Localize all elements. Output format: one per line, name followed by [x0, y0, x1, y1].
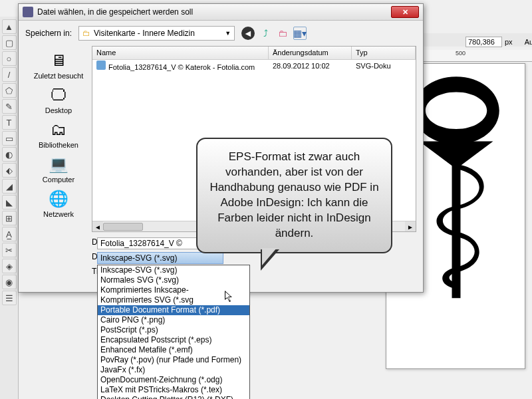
file-name: Fotolia_13287614_V © Katerok - Fotolia.c… — [108, 63, 255, 71]
scroll-left-arrow[interactable]: ◄ — [92, 221, 103, 232]
tool-button[interactable]: ▭ — [2, 131, 17, 146]
filetype-option[interactable]: JavaFx (*.fx) — [98, 365, 249, 375]
place-item[interactable]: 🖵Desktop — [43, 83, 74, 116]
svg-rect-0 — [452, 157, 461, 299]
file-type: SVG-Doku — [352, 62, 416, 70]
place-label: Desktop — [45, 106, 72, 114]
col-name[interactable]: Name — [92, 47, 269, 59]
col-type[interactable]: Typ — [352, 47, 416, 59]
folder-icon: 🗀 — [82, 29, 90, 38]
filetype-option[interactable]: Desktop Cutting Plotter (R13) (*.DXF) — [98, 395, 249, 399]
place-label: Bibliotheken — [39, 141, 78, 149]
unit-label: px — [505, 38, 513, 46]
filetype-option[interactable]: Komprimiertes SVG (*.svg — [98, 295, 249, 305]
save-in-label: Speichern in: — [25, 29, 72, 38]
tool-button[interactable]: ◣ — [2, 195, 17, 209]
place-icon: 🗂 — [47, 120, 70, 140]
tool-button[interactable]: ✂ — [2, 243, 17, 257]
tool-button[interactable]: ▲ — [2, 19, 17, 34]
filetype-option[interactable]: PostScript (*.ps) — [98, 325, 249, 335]
file-date: 28.09.2012 10:02 — [269, 62, 352, 70]
dialog-title: Datei wählen, in die gespeichert werden … — [37, 7, 193, 17]
filetype-option[interactable]: Komprimiertes Inkscape- — [98, 285, 249, 295]
folder-select[interactable]: 🗀 Visitenkarte - Innere Medizin ▼ — [78, 26, 235, 41]
file-row[interactable]: Fotolia_13287614_V © Katerok - Fotolia.c… — [92, 60, 416, 72]
tool-button[interactable]: ◢ — [2, 179, 17, 194]
back-button[interactable]: ◄ — [241, 27, 255, 40]
filetype-label: Dateityp: — [25, 252, 92, 261]
tool-button[interactable]: ◐ — [2, 147, 17, 162]
tool-button[interactable]: ○ — [2, 51, 17, 66]
new-folder-button[interactable]: 🗀 — [276, 27, 289, 40]
filename-input[interactable] — [97, 237, 203, 249]
place-icon: 💻 — [47, 154, 70, 174]
filetype-option[interactable]: Normales SVG (*.svg) — [98, 275, 249, 285]
col-date[interactable]: Änderungsdatum — [269, 47, 352, 59]
place-icon: 🖥 — [47, 51, 70, 70]
tool-button[interactable]: A̲ — [2, 227, 17, 241]
view-menu-button[interactable]: ▦▾ — [293, 27, 307, 40]
tool-button[interactable]: ◈ — [2, 259, 17, 273]
scroll-thumb[interactable] — [103, 223, 143, 231]
top-coord-input-group: px Auswirkung: — [466, 37, 532, 47]
place-label: Computer — [43, 176, 74, 184]
place-label: Netzwerk — [43, 210, 74, 218]
dialog-titlebar[interactable]: Datei wählen, in die gespeichert werden … — [19, 4, 423, 21]
app-icon — [23, 7, 33, 17]
filetype-option[interactable]: OpenDocument-Zeichnung (*.odg) — [98, 375, 249, 385]
filetype-dropdown[interactable]: Inkscape-SVG (*.svg)Normales SVG (*.svg)… — [97, 265, 250, 399]
close-button[interactable]: ✕ — [391, 6, 419, 18]
filetype-select[interactable]: Inkscape-SVG (*.svg) — [97, 252, 223, 264]
place-icon: 🖵 — [47, 85, 70, 105]
speech-text: EPS-Format ist zwar auch vorhanden, aber… — [209, 150, 378, 239]
filetype-option[interactable]: Cairo PNG (*.png) — [98, 315, 249, 325]
place-label: Zuletzt besucht — [34, 72, 84, 80]
speech-bubble: EPS-Format ist zwar auch vorhanden, aber… — [196, 138, 392, 253]
tool-button[interactable]: ▢ — [2, 35, 17, 50]
ruler-tick: 500 — [456, 50, 466, 61]
place-item[interactable]: 🌐Netzwerk — [41, 187, 76, 220]
place-item[interactable]: 🖥Zuletzt besucht — [32, 49, 86, 82]
filetype-option[interactable]: Inkscape-SVG (*.svg) — [98, 265, 249, 275]
place-icon: 🌐 — [47, 189, 70, 209]
tool-palette: ▲▢○/⬠✎T▭◐⬖◢◣⊞A̲✂◈◉☰ — [0, 17, 19, 399]
filetype-option[interactable]: Encapsulated Postscript (*.eps) — [98, 335, 249, 345]
coord-input[interactable] — [466, 37, 502, 47]
scroll-right-arrow[interactable]: ► — [405, 221, 416, 232]
places-bar: 🖥Zuletzt besucht🖵Desktop🗂Bibliotheken💻Co… — [25, 46, 92, 232]
speech-tail — [261, 249, 279, 271]
tool-button[interactable]: ◉ — [2, 275, 17, 289]
tool-button[interactable]: ☰ — [2, 291, 17, 305]
file-icon — [96, 61, 106, 70]
filetype-option[interactable]: LaTeX mit PSTricks-Makros (*.tex) — [98, 385, 249, 395]
chevron-down-icon: ▼ — [225, 30, 231, 37]
up-button[interactable]: ⤴ — [259, 27, 272, 40]
filetype-option[interactable]: Enhanced Metafile (*.emf) — [98, 345, 249, 355]
place-item[interactable]: 🗂Bibliotheken — [37, 118, 80, 151]
file-list-header[interactable]: Name Änderungsdatum Typ — [92, 47, 416, 60]
filetype-option[interactable]: Portable Document Format (*.pdf) — [98, 305, 249, 315]
place-item[interactable]: 💻Computer — [41, 152, 76, 186]
filetype-option[interactable]: PovRay (*.pov) (nur Pfade und Formen) — [98, 355, 249, 365]
title-label: Title: — [25, 267, 92, 276]
tool-button[interactable]: ⬖ — [2, 163, 17, 178]
tool-button[interactable]: ⊞ — [2, 211, 17, 225]
effect-label: Auswirkung: — [525, 38, 532, 46]
tool-button[interactable]: / — [2, 67, 17, 82]
tool-button[interactable]: ⬠ — [2, 83, 17, 98]
tool-button[interactable]: ✎ — [2, 99, 17, 114]
folder-name: Visitenkarte - Innere Medizin — [94, 29, 195, 38]
filename-label: Dateiname: — [25, 237, 92, 247]
tool-button[interactable]: T — [2, 115, 17, 130]
